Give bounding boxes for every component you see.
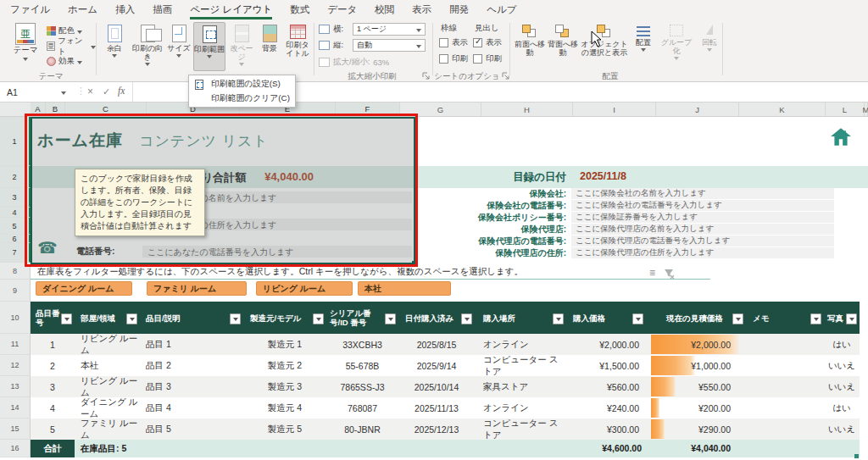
- row-header-6[interactable]: 6: [0, 235, 31, 243]
- cell-r3c5[interactable]: 7865SS-J3: [326, 376, 398, 397]
- filter-dropdown-7[interactable]: [632, 313, 643, 324]
- cell-r4c9[interactable]: ¥200.00: [651, 397, 746, 418]
- column-header-J[interactable]: J: [656, 103, 739, 116]
- row-header-3[interactable]: 3: [0, 188, 31, 208]
- filter-dropdown-2[interactable]: [230, 313, 241, 324]
- row-header-8[interactable]: 8: [0, 263, 31, 280]
- cell-r4c2[interactable]: ダイニング ルーム: [75, 397, 140, 418]
- cell-r4c3[interactable]: 品目 4: [140, 397, 243, 418]
- column-header-G[interactable]: G: [400, 103, 481, 116]
- row-header-13[interactable]: 13: [0, 376, 31, 397]
- column-header-A[interactable]: A: [31, 103, 46, 116]
- cell-r1c11[interactable]: はい: [824, 334, 860, 355]
- row-header-7[interactable]: 7: [0, 243, 31, 263]
- cell-r2c1[interactable]: 2: [31, 355, 75, 376]
- cell-r4c1[interactable]: 4: [31, 397, 75, 418]
- filter-dropdown-5[interactable]: [461, 313, 472, 324]
- cell-r3c11[interactable]: いいえ: [824, 376, 860, 397]
- filter-dropdown-3[interactable]: [313, 313, 324, 324]
- column-header-L[interactable]: L: [826, 103, 865, 116]
- dialog-launcher-icon[interactable]: [502, 72, 509, 80]
- column-header-F[interactable]: F: [336, 103, 400, 116]
- fonts-button[interactable]: 亜 フォント: [47, 40, 96, 53]
- column-header-H[interactable]: H: [481, 103, 573, 116]
- name-box[interactable]: A1: [0, 82, 75, 102]
- menu-tab-4[interactable]: ページ レイアウト: [190, 0, 272, 19]
- column-header-K[interactable]: K: [739, 103, 826, 116]
- filter-dropdown-1[interactable]: [126, 313, 137, 324]
- cell-r3c3[interactable]: 品目 3: [140, 376, 243, 397]
- slicer-button-2[interactable]: リビング ルーム: [256, 281, 353, 296]
- menu-tab-0[interactable]: ファイル: [10, 0, 50, 19]
- cell-r3c9[interactable]: ¥550.00: [651, 376, 746, 397]
- insurance-field-2[interactable]: ここに保険証券番号を入力します: [571, 212, 834, 223]
- orientation-button[interactable]: 印刷の向き: [131, 22, 164, 71]
- slicer-settings-icon[interactable]: ≡: [649, 267, 655, 279]
- enter-icon[interactable]: ✓: [103, 86, 110, 97]
- align-button[interactable]: 配置: [631, 22, 656, 71]
- cell-r4c8[interactable]: ¥240.00: [566, 397, 646, 418]
- cancel-icon[interactable]: ×: [87, 86, 93, 97]
- selection-pane-button[interactable]: オブジェクトの選択と表示: [580, 22, 629, 71]
- filter-dropdown-0[interactable]: [61, 313, 72, 324]
- scale-width-select[interactable]: 1 ページ: [353, 23, 426, 36]
- insurance-field-4[interactable]: ここに保険代理店の電話番号を入力します: [571, 236, 834, 247]
- cell-r3c2[interactable]: リビング ルーム: [75, 376, 140, 397]
- column-header-B[interactable]: B: [46, 103, 65, 116]
- size-button[interactable]: サイズ: [166, 22, 192, 71]
- cell-r5c9[interactable]: ¥290.00: [651, 418, 746, 440]
- print-menu-item-0[interactable]: 印刷範囲の設定(S): [189, 77, 295, 91]
- cell-r2c4[interactable]: 製造元 2: [243, 355, 326, 376]
- cell-r1c1[interactable]: 1: [31, 334, 75, 355]
- gridlines-print-checkbox[interactable]: 印刷: [439, 53, 468, 64]
- filter-dropdown-6[interactable]: [553, 313, 564, 324]
- column-header-C[interactable]: C: [65, 103, 147, 116]
- headings-view-checkbox[interactable]: 表示: [473, 37, 502, 48]
- slicer-button-0[interactable]: ダイニング ルーム: [36, 281, 132, 296]
- row-header-2[interactable]: 2: [0, 166, 31, 188]
- menu-tab-9[interactable]: 開発: [449, 0, 469, 19]
- cell-r2c3[interactable]: 品目 2: [140, 355, 243, 376]
- clear-filter-icon[interactable]: [664, 269, 675, 280]
- cell-r1c6[interactable]: 2025/8/15: [398, 334, 475, 355]
- cell-r2c7[interactable]: コンピューター ストア: [475, 355, 566, 376]
- cell-r4c7[interactable]: オンライン: [475, 397, 566, 418]
- cell-r5c8[interactable]: ¥300.00: [566, 418, 646, 440]
- cell-r2c6[interactable]: 2025/9/14: [398, 355, 475, 376]
- row-header-14[interactable]: 14: [0, 397, 31, 418]
- row-header-4[interactable]: 4: [0, 208, 31, 218]
- effects-button[interactable]: 効果: [47, 55, 96, 68]
- filter-dropdown-4[interactable]: [385, 313, 396, 324]
- cell-r4c5[interactable]: 768087: [326, 397, 398, 418]
- row-header-11[interactable]: 11: [0, 334, 31, 355]
- cell-r4c10[interactable]: [746, 397, 824, 418]
- cell-r2c11[interactable]: いいえ: [824, 355, 860, 376]
- headings-print-checkbox[interactable]: 印刷: [473, 53, 502, 64]
- cell-r5c10[interactable]: [746, 418, 824, 440]
- menu-tab-1[interactable]: ホーム: [68, 0, 97, 19]
- filter-dropdown-8[interactable]: [732, 313, 743, 324]
- menu-tab-5[interactable]: 数式: [290, 0, 309, 19]
- row-header-15[interactable]: 15: [0, 418, 31, 440]
- print-menu-item-1[interactable]: 印刷範囲のクリア(C): [189, 91, 295, 106]
- cell-r1c3[interactable]: 品目 1: [140, 334, 243, 355]
- cell-r2c10[interactable]: [746, 355, 824, 376]
- cell-r5c6[interactable]: 2025/12/13: [398, 418, 475, 440]
- row-header-16[interactable]: 16: [0, 440, 31, 457]
- cell-r3c7[interactable]: 家具ストア: [475, 376, 566, 397]
- bring-forward-button[interactable]: 前面へ移動: [514, 22, 546, 71]
- cell-r5c2[interactable]: ファミリ ルーム: [75, 418, 140, 440]
- cell-r5c7[interactable]: コンピューター ストア: [475, 418, 566, 440]
- menu-tab-6[interactable]: データ: [327, 0, 357, 19]
- cell-r3c6[interactable]: 2025/10/14: [398, 376, 475, 397]
- slicer-button-1[interactable]: ファミリ ルーム: [147, 281, 247, 296]
- cell-r1c10[interactable]: [746, 334, 824, 355]
- dialog-launcher-icon[interactable]: [422, 72, 430, 80]
- filter-dropdown-9[interactable]: [810, 313, 821, 324]
- cell-r1c4[interactable]: 製造元 1: [243, 334, 326, 355]
- insurance-field-0[interactable]: ここに保険会社の名前を入力します: [571, 188, 834, 199]
- cell-r2c8[interactable]: ¥1,500.00: [566, 355, 646, 376]
- row-header-10[interactable]: 10: [0, 302, 31, 334]
- table-resize-handle[interactable]: [854, 454, 859, 458]
- print-titles-button[interactable]: 印刷タイトル: [283, 22, 312, 71]
